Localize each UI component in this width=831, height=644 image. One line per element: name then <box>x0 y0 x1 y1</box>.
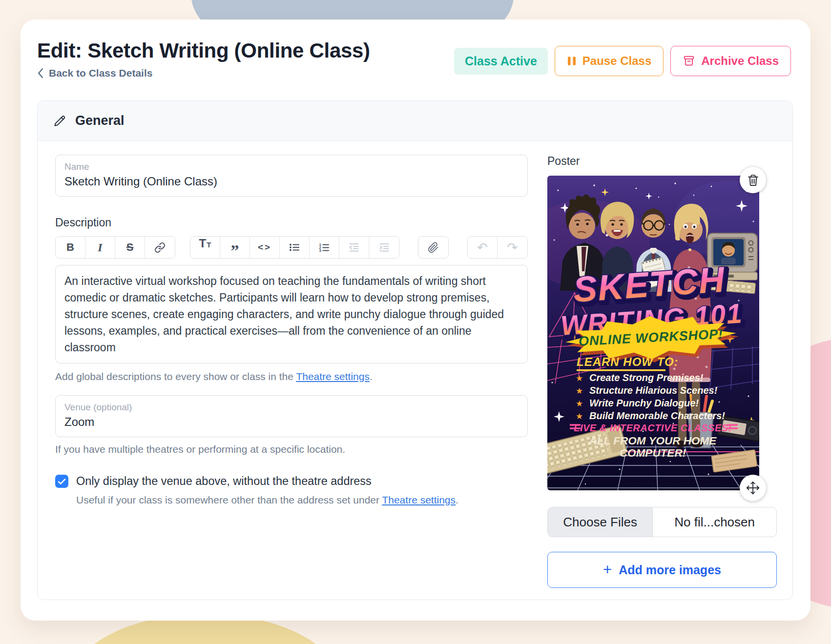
general-section-title: General <box>75 113 125 128</box>
file-chosen-status: No fil...chosen <box>653 507 776 537</box>
class-active-badge: Class Active <box>454 48 548 75</box>
general-section-body: Name Sketch Writing (Online Class) Descr… <box>38 141 792 600</box>
add-more-images-button[interactable]: + Add more images <box>547 552 777 588</box>
svg-text:LIVE & INTERACTIVE CLASSES!: LIVE & INTERACTIVE CLASSES! <box>574 423 732 433</box>
edit-class-card: Edit: Sketch Writing (Online Class) Back… <box>21 20 810 621</box>
archive-icon <box>683 55 695 67</box>
general-section: General Name Sketch Writing (Online Clas… <box>37 101 793 600</box>
add-more-images-label: Add more images <box>619 563 721 577</box>
general-section-header: General <box>38 101 792 141</box>
venue-helper: If you have multiple theatres or perform… <box>55 443 528 455</box>
outdent-icon[interactable] <box>339 237 369 258</box>
delete-poster-button[interactable] <box>740 167 766 193</box>
code-icon[interactable]: <> <box>250 237 280 258</box>
italic-icon[interactable]: I <box>85 237 115 258</box>
venue-only-checkbox[interactable] <box>55 475 68 488</box>
poster-art: SKETCH SKETCH WRITING 101 WRITING 101 ON… <box>547 176 759 490</box>
svg-text:COMPUTER!: COMPUTER! <box>620 447 686 459</box>
svg-text:★: ★ <box>576 399 583 408</box>
theatre-settings-link[interactable]: Theatre settings <box>296 371 370 382</box>
strikethrough-icon[interactable]: S <box>115 237 145 258</box>
indent-icon[interactable] <box>369 237 399 258</box>
bold-icon[interactable]: B <box>56 237 85 258</box>
venue-only-label[interactable]: Only display the venue above, without th… <box>76 475 372 488</box>
toolbar-group-attach <box>418 236 449 259</box>
name-field-value: Sketch Writing (Online Class) <box>64 175 519 188</box>
header-actions: Class Active Pause Class Archive Class <box>454 46 791 76</box>
description-label: Description <box>55 216 528 229</box>
svg-text:★: ★ <box>576 412 583 421</box>
poster-file-input[interactable]: Choose Files No fil...chosen <box>547 507 777 537</box>
blockquote-icon[interactable]: ” <box>220 237 250 258</box>
rich-text-toolbar: B I S TT ” <> <box>55 236 528 259</box>
venue-only-helper: Useful if your class is somewhere other … <box>76 494 528 506</box>
svg-text:★: ★ <box>576 386 583 396</box>
link-icon[interactable] <box>145 237 175 258</box>
toolbar-group-format: B I S <box>55 236 175 259</box>
svg-text:ALL FROM YOUR HOME: ALL FROM YOUR HOME <box>589 435 717 447</box>
pause-class-button[interactable]: Pause Class <box>555 46 664 76</box>
svg-text:Create Strong Premises!: Create Strong Premises! <box>589 372 704 383</box>
description-editor[interactable]: An interactive virtual workshop focused … <box>55 265 528 363</box>
name-field-label: Name <box>64 161 519 172</box>
pencil-icon <box>53 114 66 127</box>
svg-text:3: 3 <box>319 248 322 253</box>
svg-text:Write Punchy Dialogue!: Write Punchy Dialogue! <box>589 398 699 408</box>
venue-field-value: Zoom <box>64 415 519 429</box>
trash-icon <box>747 174 759 187</box>
general-right-column: Poster <box>547 155 777 588</box>
choose-files-button[interactable]: Choose Files <box>548 507 653 537</box>
poster-image: SKETCH SKETCH WRITING 101 WRITING 101 ON… <box>547 176 759 490</box>
name-field[interactable]: Name Sketch Writing (Online Class) <box>55 155 528 197</box>
bullet-list-icon[interactable] <box>280 237 310 258</box>
chevron-left-icon <box>37 68 44 78</box>
move-poster-button[interactable] <box>740 475 766 501</box>
checkmark-icon <box>58 478 66 485</box>
toolbar-group-history: ↶ ↷ <box>467 236 528 259</box>
svg-text:★: ★ <box>576 374 583 383</box>
ordered-list-icon[interactable]: 123 <box>310 237 339 258</box>
venue-field-label: Venue (optional) <box>64 402 519 413</box>
undo-icon[interactable]: ↶ <box>468 237 498 258</box>
page-background: Edit: Sketch Writing (Online Class) Back… <box>0 0 831 644</box>
svg-text:Structure Hilarious Scenes!: Structure Hilarious Scenes! <box>589 385 718 396</box>
general-left-column: Name Sketch Writing (Online Class) Descr… <box>55 155 528 588</box>
poster-label: Poster <box>547 155 777 168</box>
svg-text:LEARN HOW TO:: LEARN HOW TO: <box>577 355 679 368</box>
attachment-icon[interactable] <box>418 237 448 258</box>
page-header: Edit: Sketch Writing (Online Class) Back… <box>21 20 810 80</box>
venue-field[interactable]: Venue (optional) Zoom <box>55 395 528 437</box>
text-size-icon[interactable]: TT <box>190 237 220 258</box>
venue-only-row: Only display the venue above, without th… <box>55 475 528 488</box>
pause-label: Pause Class <box>582 54 651 68</box>
back-to-class-details-link[interactable]: Back to Class Details <box>37 67 152 79</box>
pause-icon <box>567 55 577 67</box>
plus-icon: + <box>603 561 612 579</box>
toolbar-group-blocks: TT ” <> 123 <box>190 236 399 259</box>
back-link-label: Back to Class Details <box>49 67 152 79</box>
header-left: Edit: Sketch Writing (Online Class) Back… <box>37 39 370 80</box>
description-helper: Add global descriptions to every show or… <box>55 371 528 382</box>
redo-icon[interactable]: ↷ <box>498 237 527 258</box>
archive-label: Archive Class <box>701 54 779 68</box>
move-icon <box>746 481 760 495</box>
page-title: Edit: Sketch Writing (Online Class) <box>37 39 370 62</box>
theatre-settings-link-2[interactable]: Theatre settings <box>382 494 456 505</box>
archive-class-button[interactable]: Archive Class <box>670 46 791 76</box>
svg-text:Build Memorable Characters!: Build Memorable Characters! <box>589 410 725 421</box>
